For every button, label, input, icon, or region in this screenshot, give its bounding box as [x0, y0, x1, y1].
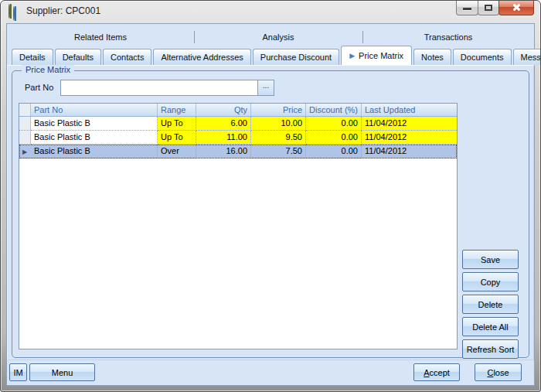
- row-selector-cell: ▶: [19, 145, 31, 159]
- part-no-label: Part No: [25, 83, 53, 92]
- window-controls: [457, 1, 534, 15]
- part-no-browse-button[interactable]: ...: [257, 80, 274, 95]
- tab-defaults[interactable]: Defaults: [55, 49, 101, 65]
- tab-alternative-addresses[interactable]: Alternative Addresses: [153, 49, 250, 65]
- tab-price-matrix-label: Price Matrix: [359, 46, 403, 65]
- column-header-price[interactable]: Price: [251, 104, 306, 116]
- cell-part-no: Basic Plastic B: [31, 131, 158, 145]
- tab-price-matrix[interactable]: ▶ Price Matrix: [341, 46, 412, 65]
- tab-documents[interactable]: Documents: [453, 49, 512, 65]
- groupbox-label: Price Matrix: [22, 65, 74, 74]
- header-row-selector: [19, 104, 31, 116]
- menu-button[interactable]: Menu: [29, 363, 95, 381]
- supplier-window: Supplier: CPC001 Related Items Analysis …: [0, 0, 541, 392]
- grid-header-row: Part No Range Qty Price Discount (%) Las…: [19, 104, 457, 117]
- title-left: Supplier: CPC001: [8, 5, 100, 17]
- cell-qty: 16.00: [196, 145, 251, 159]
- price-matrix-groupbox: Price Matrix Part No ... Part No Range Q…: [12, 70, 529, 358]
- cell-part-no: Basic Plastic B: [31, 145, 158, 159]
- tab-transactions[interactable]: Transactions: [362, 29, 534, 46]
- row-selector-cell: [19, 131, 31, 145]
- supplier-people-icon: [8, 5, 22, 17]
- price-matrix-grid: Part No Range Qty Price Discount (%) Las…: [19, 103, 458, 349]
- tab-details[interactable]: Details: [12, 49, 53, 65]
- copy-button[interactable]: Copy: [462, 272, 519, 291]
- tab-messages[interactable]: Messages: [513, 49, 541, 65]
- selected-tab-arrow-icon: ▶: [349, 53, 355, 60]
- table-row[interactable]: Basic Plastic B Up To 6.00 10.00 0.00 11…: [19, 117, 457, 131]
- title-bar[interactable]: Supplier: CPC001: [1, 1, 540, 23]
- close-button[interactable]: [498, 1, 534, 15]
- cell-price: 10.00: [251, 117, 306, 131]
- table-row-selected[interactable]: ▶ Basic Plastic B Over 16.00 7.50 0.00 1…: [19, 145, 457, 159]
- tab-purchase-discount[interactable]: Purchase Discount: [253, 49, 339, 65]
- cell-last-updated: 11/04/2012: [362, 117, 457, 131]
- row-selector-arrow-icon: ▶: [22, 148, 27, 155]
- delete-button[interactable]: Delete: [462, 295, 519, 314]
- accept-button[interactable]: Accept: [413, 363, 460, 381]
- cell-qty: 11.00: [196, 131, 251, 145]
- cell-discount: 0.00: [306, 145, 362, 159]
- close-dialog-button[interactable]: Close: [475, 363, 522, 381]
- cell-price: 9.50: [251, 131, 306, 145]
- cell-discount: 0.00: [306, 131, 362, 145]
- save-button[interactable]: Save: [462, 250, 519, 269]
- price-matrix-panel: Price Matrix Part No ... Part No Range Q…: [7, 65, 534, 360]
- maximize-button[interactable]: [478, 1, 499, 15]
- minimize-icon: [463, 8, 471, 10]
- part-no-input[interactable]: [61, 80, 257, 95]
- cell-last-updated: 11/04/2012: [362, 145, 457, 159]
- column-header-part-no[interactable]: Part No: [31, 104, 158, 116]
- top-tab-row: Related Items Analysis Transactions: [7, 29, 534, 46]
- tab-contacts[interactable]: Contacts: [103, 49, 151, 65]
- row-selector-cell: [19, 117, 31, 131]
- column-header-discount[interactable]: Discount (%): [306, 104, 362, 116]
- tab-related-items[interactable]: Related Items: [7, 29, 194, 46]
- column-header-range[interactable]: Range: [158, 104, 196, 116]
- part-no-field-wrap: ...: [60, 80, 274, 96]
- tab-analysis[interactable]: Analysis: [194, 29, 362, 46]
- tab-notes[interactable]: Notes: [413, 49, 451, 65]
- footer-bar: IM Menu Accept Close: [7, 362, 534, 383]
- main-tab-row: Details Defaults Contacts Alternative Ad…: [12, 46, 532, 65]
- cell-qty: 6.00: [196, 117, 251, 131]
- cell-part-no: Basic Plastic B: [31, 117, 158, 131]
- column-header-qty[interactable]: Qty: [196, 104, 251, 116]
- delete-all-button[interactable]: Delete All: [462, 317, 519, 336]
- maximize-icon: [485, 5, 492, 11]
- client-area: Related Items Analysis Transactions Deta…: [6, 23, 535, 386]
- cell-last-updated: 11/04/2012: [362, 131, 457, 145]
- window-title: Supplier: CPC001: [26, 5, 100, 16]
- column-header-last-updated[interactable]: Last Updated: [362, 104, 457, 116]
- cell-price: 7.50: [251, 145, 306, 159]
- refresh-sort-button[interactable]: Refresh Sort: [462, 339, 519, 359]
- cell-range: Up To: [158, 131, 196, 145]
- cell-range: Over: [158, 145, 196, 159]
- cell-discount: 0.00: [306, 117, 362, 131]
- minimize-button[interactable]: [456, 1, 478, 15]
- table-row[interactable]: Basic Plastic B Up To 11.00 9.50 0.00 11…: [19, 131, 457, 145]
- im-button[interactable]: IM: [9, 363, 27, 381]
- cell-range: Up To: [158, 117, 196, 131]
